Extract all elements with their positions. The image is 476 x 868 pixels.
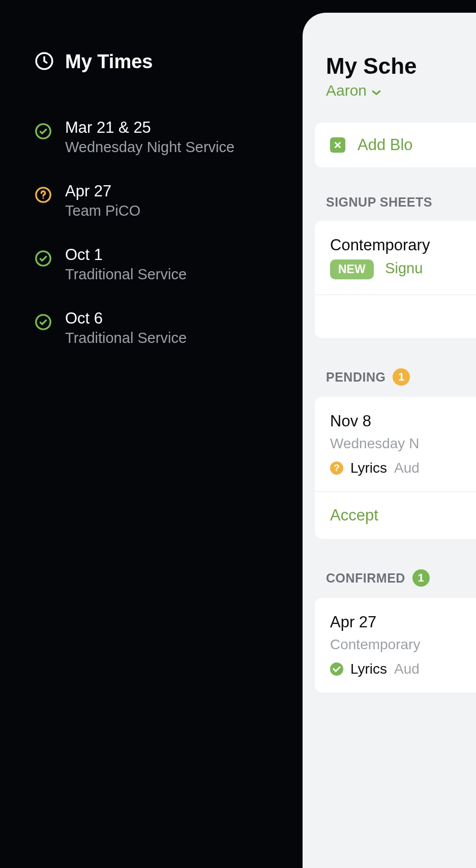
- time-item-sub: Traditional Service: [65, 330, 187, 346]
- confirmed-role-line: Lyrics Aud: [330, 661, 476, 677]
- accept-button[interactable]: Accept: [315, 492, 476, 539]
- chevron-down-icon: [372, 82, 381, 99]
- signup-link[interactable]: Signu: [385, 260, 423, 276]
- panel-title: My Sche: [326, 53, 476, 79]
- pending-sub: Wednesday N: [330, 436, 476, 452]
- add-blockout-label: Add Blo: [358, 136, 413, 154]
- time-item-sub: Team PiCO: [65, 202, 140, 219]
- my-times-sidebar: My Times Mar 21 & 25 Wednesday Night Ser…: [0, 0, 303, 868]
- check-circle-icon: [35, 250, 52, 267]
- pending-role-line: Lyrics Aud: [330, 460, 476, 476]
- confirmed-count-badge: 1: [412, 569, 430, 587]
- time-item-sub: Wednesday Night Service: [65, 139, 234, 156]
- confirmed-date: Apr 27: [330, 613, 476, 631]
- question-circle-icon: [35, 186, 52, 204]
- section-label-pending: PENDING 1: [326, 368, 476, 386]
- sidebar-header: My Times: [35, 51, 303, 73]
- time-item-date: Oct 1: [65, 246, 187, 264]
- add-blockout-button[interactable]: Add Blo: [315, 123, 476, 167]
- check-circle-icon: [35, 123, 52, 140]
- time-item[interactable]: Oct 6 Traditional Service: [35, 309, 303, 346]
- time-item-sub: Traditional Service: [65, 266, 187, 283]
- signup-card[interactable]: Contemporary NEW Signu: [315, 221, 476, 338]
- signup-title: Contemporary: [330, 236, 476, 254]
- time-item[interactable]: Oct 1 Traditional Service: [35, 246, 303, 283]
- clock-icon: [35, 51, 54, 73]
- person-selector[interactable]: Aaron: [326, 82, 381, 99]
- section-label-confirmed: CONFIRMED 1: [326, 569, 476, 587]
- time-item[interactable]: Apr 27 Team PiCO: [35, 182, 303, 219]
- confirmed-card[interactable]: Apr 27 Contemporary Lyrics Aud: [315, 598, 476, 692]
- sidebar-title: My Times: [65, 51, 153, 73]
- question-circle-icon: [330, 461, 343, 475]
- pending-count-badge: 1: [393, 368, 410, 386]
- check-circle-icon: [330, 662, 343, 676]
- time-item[interactable]: Mar 21 & 25 Wednesday Night Service: [35, 119, 303, 156]
- time-item-date: Oct 6: [65, 309, 187, 328]
- confirmed-sub: Contemporary: [330, 636, 476, 653]
- time-item-date: Apr 27: [65, 182, 140, 200]
- section-label-signup: SIGNUP SHEETS: [326, 195, 476, 210]
- check-circle-icon: [35, 313, 52, 331]
- pending-card[interactable]: Nov 8 Wednesday N Lyrics Aud Accept: [315, 397, 476, 539]
- time-item-date: Mar 21 & 25: [65, 119, 234, 137]
- calendar-x-icon: [330, 137, 345, 153]
- signup-card-expand[interactable]: [315, 295, 476, 338]
- pending-date: Nov 8: [330, 412, 476, 430]
- new-badge: NEW: [330, 259, 374, 279]
- person-name: Aaron: [326, 82, 367, 99]
- svg-point-3: [43, 197, 44, 199]
- schedule-panel: My Sche Aaron Add Blo SIGNUP SHEETS Cont…: [303, 13, 476, 868]
